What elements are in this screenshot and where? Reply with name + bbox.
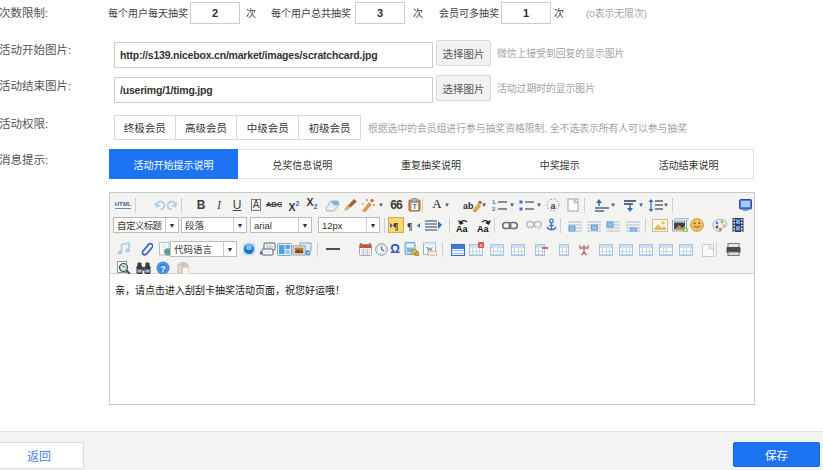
svg-text:T: T (412, 203, 417, 210)
svg-text:¶: ¶ (393, 220, 398, 231)
svg-text:Aa: Aa (456, 224, 468, 232)
svg-text:a: a (550, 201, 556, 211)
svg-text:Aa: Aa (477, 224, 489, 232)
svg-text:ab: ab (463, 201, 474, 211)
svg-text:1.: 1. (492, 199, 497, 205)
svg-text:¶: ¶ (407, 220, 412, 231)
svg-text:2.: 2. (492, 206, 497, 212)
svg-text:?: ? (160, 264, 166, 274)
